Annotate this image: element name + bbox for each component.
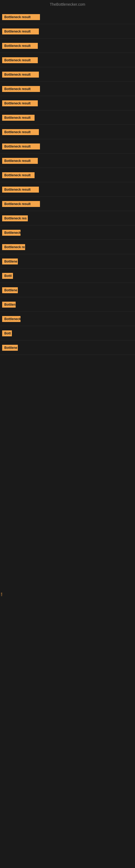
list-item: Bottlene: [2, 258, 133, 265]
list-item: Bottleneck result: [2, 57, 133, 63]
list-item: Bottleneck result: [2, 14, 133, 20]
bottleneck-label[interactable]: Bottleneck result: [2, 57, 38, 63]
bottleneck-section-13: Bottleneck result: [0, 182, 135, 197]
bottleneck-section-23: Bott: [0, 326, 135, 340]
bottleneck-section-22: Bottleneck: [0, 312, 135, 326]
bottleneck-section-19: Bottl: [0, 269, 135, 283]
bottleneck-label[interactable]: Bottleneck result: [2, 129, 39, 135]
bottleneck-section-1: Bottleneck result: [0, 10, 135, 24]
bottleneck-label[interactable]: Bottleneck result: [2, 14, 40, 20]
bottleneck-section-20: Bottlene: [0, 283, 135, 297]
bottleneck-section-12: Bottleneck result: [0, 168, 135, 182]
bottleneck-label[interactable]: Bottleneck result: [2, 115, 35, 121]
site-header: TheBottlenecker.com: [0, 0, 135, 10]
bottleneck-label[interactable]: Bottleneck: [2, 316, 20, 322]
bottleneck-section-11: Bottleneck result: [0, 154, 135, 168]
list-item: Bott: [2, 330, 133, 336]
bottleneck-section-16: Bottleneck: [0, 225, 135, 240]
bottleneck-label[interactable]: Bottleneck result: [2, 43, 38, 49]
list-item: Bottl: [2, 273, 133, 279]
list-item: Bottleneck: [2, 230, 133, 236]
bottleneck-label[interactable]: Bottleneck result: [2, 100, 38, 106]
list-item: Bottleneck result: [2, 86, 133, 92]
bottleneck-label[interactable]: Bottlene: [2, 345, 18, 351]
bottleneck-section-24: Bottlene: [0, 340, 135, 355]
bottleneck-label[interactable]: Bottlen: [2, 302, 16, 308]
list-item: Bottleneck re: [2, 244, 133, 250]
bottleneck-section-3: Bottleneck result: [0, 38, 135, 53]
bottleneck-section-17: Bottleneck re: [0, 240, 135, 254]
bottleneck-section-4: Bottleneck result: [0, 53, 135, 67]
list-item: Bottleneck result: [2, 158, 133, 164]
bottleneck-label[interactable]: Bottleneck result: [2, 72, 39, 78]
chart-bottom-area: note: [0, 355, 135, 599]
list-item: Bottlen: [2, 302, 133, 308]
bottleneck-label[interactable]: Bottlene: [2, 287, 18, 293]
bottleneck-label[interactable]: Bottleneck result: [2, 201, 40, 207]
bottom-label: note: [1, 592, 2, 596]
bottleneck-label[interactable]: Bottleneck result: [2, 29, 39, 34]
bottleneck-label[interactable]: Bottlene: [2, 258, 18, 265]
bottleneck-section-18: Bottlene: [0, 254, 135, 269]
list-item: Bottleneck result: [2, 29, 133, 34]
bottleneck-label[interactable]: Bottleneck re: [2, 244, 25, 250]
bottleneck-section-9: Bottleneck result: [0, 125, 135, 139]
bottleneck-section-14: Bottleneck result: [0, 197, 135, 211]
list-item: Bottlene: [2, 345, 133, 351]
bottleneck-section-6: Bottleneck result: [0, 82, 135, 96]
bottleneck-label[interactable]: Bott: [2, 330, 12, 336]
list-item: Bottleneck result: [2, 72, 133, 78]
list-item: Bottleneck result: [2, 144, 133, 150]
bottleneck-section-2: Bottleneck result: [0, 24, 135, 38]
bottleneck-section-5: Bottleneck result: [0, 67, 135, 82]
list-item: Bottleneck: [2, 316, 133, 322]
list-item: Bottlene: [2, 287, 133, 293]
bottleneck-label[interactable]: Bottl: [2, 273, 13, 279]
bottleneck-label[interactable]: Bottleneck result: [2, 187, 39, 193]
bottleneck-list: Bottleneck resultBottleneck resultBottle…: [0, 10, 135, 355]
bottleneck-section-8: Bottleneck result: [0, 111, 135, 125]
list-item: Bottleneck result: [2, 115, 133, 121]
bottleneck-section-15: Bottleneck res: [0, 211, 135, 225]
bottleneck-section-21: Bottlen: [0, 297, 135, 312]
bottleneck-section-7: Bottleneck result: [0, 96, 135, 111]
list-item: Bottleneck result: [2, 172, 133, 178]
list-item: Bottleneck result: [2, 43, 133, 49]
bottleneck-label[interactable]: Bottleneck: [2, 230, 20, 236]
list-item: Bottleneck result: [2, 187, 133, 193]
bottleneck-section-10: Bottleneck result: [0, 139, 135, 154]
bottleneck-label[interactable]: Bottleneck result: [2, 172, 35, 178]
list-item: Bottleneck result: [2, 100, 133, 106]
list-item: Bottleneck res: [2, 215, 133, 221]
list-item: Bottleneck result: [2, 129, 133, 135]
bottleneck-label[interactable]: Bottleneck result: [2, 86, 40, 92]
bottleneck-label[interactable]: Bottleneck res: [2, 215, 28, 221]
bottleneck-label[interactable]: Bottleneck result: [2, 144, 40, 150]
site-title: TheBottlenecker.com: [50, 2, 85, 6]
bottleneck-label[interactable]: Bottleneck result: [2, 158, 38, 164]
list-item: Bottleneck result: [2, 201, 133, 207]
